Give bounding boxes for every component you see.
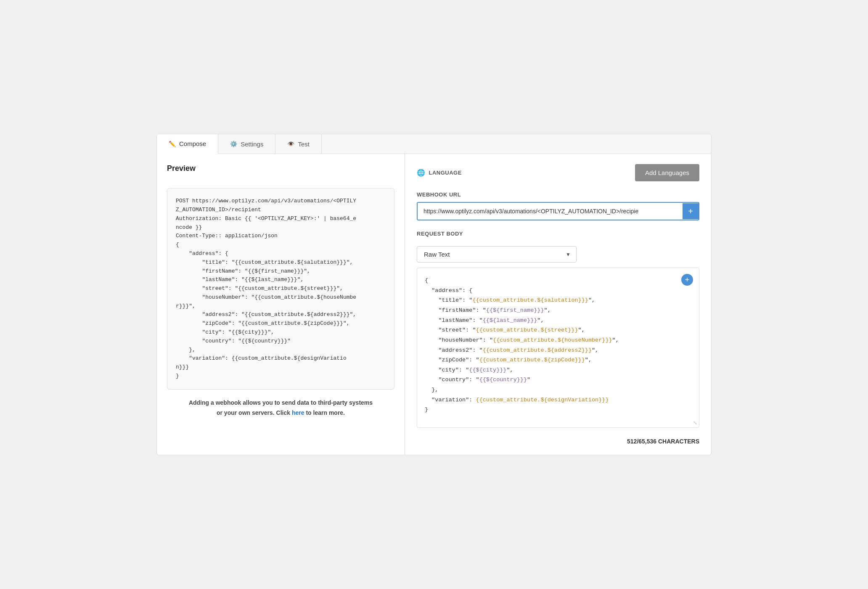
tab-compose[interactable]: ✏️ Compose (157, 134, 218, 154)
tab-test[interactable]: 👁️ Test (275, 134, 322, 154)
left-panel: Preview POST https://www.optilyz.com/api… (157, 154, 405, 455)
test-icon: 👁️ (287, 141, 294, 147)
compose-icon: ✏️ (169, 141, 176, 147)
resize-handle[interactable]: ⤡ (693, 420, 697, 426)
request-body-label: REQUEST BODY (417, 231, 699, 237)
body-type-select[interactable]: Raw Text JSON Form Data (417, 246, 577, 263)
info-text-line3: to learn more. (304, 409, 345, 416)
info-text-line2: or your own servers. Click (217, 409, 292, 416)
body-type-select-wrapper: Raw Text JSON Form Data ▼ (417, 246, 577, 263)
add-languages-button[interactable]: Add Languages (635, 164, 699, 181)
webhook-plus-button[interactable]: + (683, 203, 699, 219)
info-text: Adding a webhook allows you to send data… (167, 398, 394, 418)
settings-icon: ⚙️ (230, 141, 237, 147)
info-text-line1: Adding a webhook allows you to send data… (189, 399, 373, 406)
tab-settings[interactable]: ⚙️ Settings (218, 134, 275, 154)
tab-settings-label: Settings (241, 141, 263, 148)
globe-icon: 🌐 (417, 169, 426, 177)
char-count: 512/65,536 CHARACTERS (417, 438, 699, 445)
info-link[interactable]: here (292, 409, 304, 416)
webhook-url-label: WEBHOOK URL (417, 191, 699, 198)
json-editor-wrapper: + { "address": { "title": "{{custom_attr… (417, 268, 699, 428)
panel-title: Preview (167, 164, 394, 173)
main-content: Preview POST https://www.optilyz.com/api… (157, 154, 711, 455)
tab-compose-label: Compose (179, 140, 206, 147)
request-body-section: REQUEST BODY Raw Text JSON Form Data ▼ +… (417, 231, 699, 428)
language-label: 🌐 LANGUAGE (417, 169, 462, 177)
code-preview: POST https://www.optilyz.com/api/v3/auto… (167, 188, 394, 390)
webhook-url-section: WEBHOOK URL + (417, 191, 699, 220)
tab-bar: ✏️ Compose ⚙️ Settings 👁️ Test (157, 134, 711, 154)
app-container: ✏️ Compose ⚙️ Settings 👁️ Test Preview P… (156, 134, 712, 455)
right-panel: 🌐 LANGUAGE Add Languages WEBHOOK URL + R… (405, 154, 711, 455)
language-label-text: LANGUAGE (429, 170, 462, 176)
language-section: 🌐 LANGUAGE Add Languages (417, 164, 699, 181)
webhook-url-input[interactable] (418, 203, 683, 220)
tab-test-label: Test (298, 141, 310, 148)
json-content[interactable]: { "address": { "title": "{{custom_attrib… (425, 276, 691, 415)
webhook-input-wrapper: + (417, 202, 699, 220)
json-add-button[interactable]: + (681, 274, 693, 286)
